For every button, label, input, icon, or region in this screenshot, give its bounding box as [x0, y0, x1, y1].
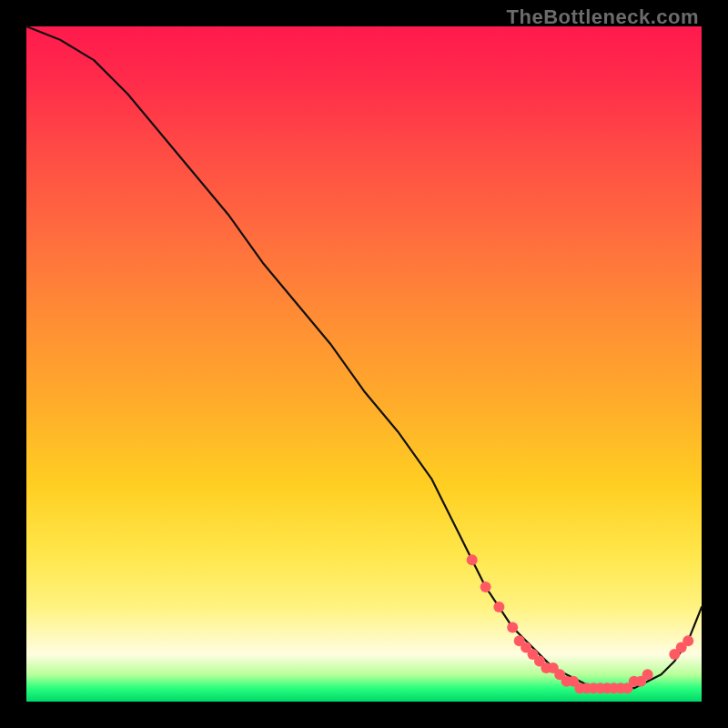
curve-markers — [467, 554, 694, 693]
curve-svg — [26, 26, 702, 702]
curve-marker — [507, 622, 518, 632]
curve-marker — [493, 602, 504, 612]
chart-frame: TheBottleneck.com — [0, 0, 728, 728]
curve-marker — [642, 669, 653, 680]
curve-marker — [480, 581, 491, 592]
bottleneck-curve — [26, 26, 702, 688]
curve-marker — [467, 554, 478, 565]
curve-marker — [682, 635, 693, 646]
plot-area — [26, 26, 702, 702]
